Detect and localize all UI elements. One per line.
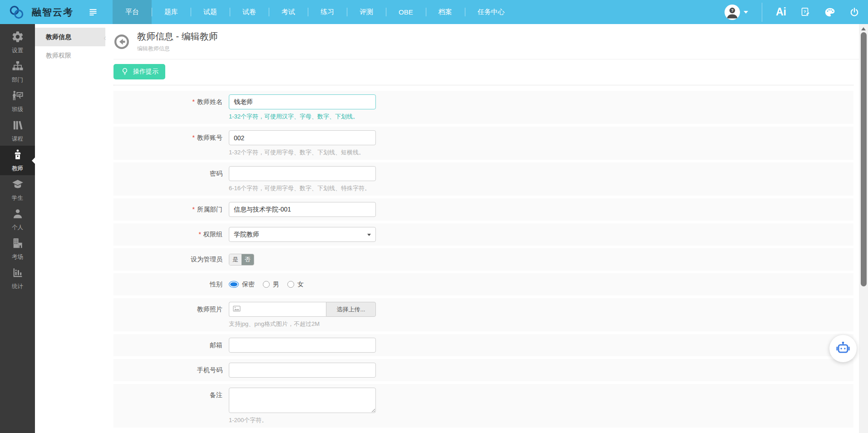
teacher-name-input[interactable] [229,94,376,109]
form-row-department: *所属部门 [113,198,853,221]
sidebar-item-label: 统计 [12,283,23,290]
radio-icon [287,281,294,288]
navbar-right: ? Ai ? [725,3,868,22]
form-row-teacher-account: *教师账号1-32个字符，可使用字母、数字、下划线、短横线。 [113,127,853,160]
help-feedback-icon[interactable]: ? [800,7,811,18]
form-row-gender: 性别保密男女 [113,273,853,295]
nav-tab-考试[interactable]: 考试 [269,0,308,24]
back-button[interactable] [113,34,130,50]
sidebar-item-label: 个人 [12,224,23,231]
gender-radio-女[interactable]: 女 [287,280,304,289]
form-label-text: 教师账号 [197,134,222,141]
gender-radio-男[interactable]: 男 [263,280,279,289]
person-icon [11,207,24,222]
remark-textarea[interactable] [229,388,376,413]
sidebar-item-label: 部门 [12,76,23,84]
form-field-permission-group: 学院教师 [229,227,376,242]
stats-chart-icon [11,266,24,281]
logout-power-icon[interactable] [849,7,860,18]
sidebar-item-部门[interactable]: 部门 [0,57,35,87]
sidebar-item-label: 教师 [12,165,23,172]
set-admin-option-否[interactable]: 否 [242,254,254,265]
radio-selected-icon [229,281,239,288]
nav-tab-OBE[interactable]: OBE [386,0,426,24]
department-input[interactable] [229,202,376,217]
form-field-teacher-photo: 选择上传...支持jpg、png格式图片，不超过2M [229,302,376,328]
set-admin-option-是[interactable]: 是 [229,254,242,265]
sidebar-item-label: 学生 [12,194,23,202]
svg-text:?: ? [804,9,806,14]
form-field-teacher-account: 1-32个字符，可使用字母、数字、下划线、短横线。 [229,130,376,156]
theme-palette-icon[interactable] [824,7,835,18]
submenu-collapse-icon[interactable]: ‹ [104,33,106,43]
sidebar-item-考场[interactable]: 考场 [0,234,35,264]
required-asterisk: * [192,134,195,141]
form-label-password: 密码 [113,166,222,192]
avatar[interactable]: ? [725,5,740,20]
page-title: 教师信息 - 编辑教师 [137,30,218,43]
phone-input[interactable] [229,363,376,378]
user-menu[interactable]: ? [725,5,748,20]
teacher-account-input[interactable] [229,130,376,145]
form-row-teacher-name: *教师姓名1-32个字符，可使用汉字、字母、数字、下划线。 [113,91,853,124]
form-row-password: 密码6-16个字符，可使用字母、数字、下划线、特殊字符。 [113,162,853,196]
page-header: 教师信息 - 编辑教师 编辑教师信息 [113,30,859,59]
submenu-sidebar: 教师信息教师权限 ‹ [35,24,105,433]
scrollbar-thumb[interactable] [861,32,867,286]
svg-text:?: ? [731,8,733,12]
teacher-photo-file-field[interactable] [229,302,326,317]
form-field-teacher-name: 1-32个字符，可使用汉字、字母、数字、下划线。 [229,94,376,120]
form-label-gender: 性别 [113,277,222,292]
ai-robot-fab[interactable] [829,335,857,362]
sidebar-item-教师[interactable]: 教师 [0,146,35,175]
main-nav-tabs: 平台题库试题试卷考试练习评测OBE档案任务中心 [113,0,518,24]
nav-tab-平台[interactable]: 平台 [113,0,152,24]
tips-button[interactable]: 操作提示 [113,64,165,79]
set-admin-toggle: 是否 [229,254,254,266]
lightbulb-icon [120,67,129,76]
course-books-icon [11,119,24,133]
permission-group-select[interactable]: 学院教师 [229,227,376,242]
gender-radio-保密[interactable]: 保密 [229,280,255,289]
nav-tab-试题[interactable]: 试题 [191,0,230,24]
class-board-icon [11,89,24,104]
upload-button[interactable]: 选择上传... [326,302,376,317]
form-label-teacher-account: *教师账号 [113,130,222,156]
remark-helper-text: 1-200个字符。 [229,416,376,424]
top-navbar: 融智云考 平台题库试题试卷考试练习评测OBE档案任务中心 ? Ai ? [0,0,868,24]
nav-tab-任务中心[interactable]: 任务中心 [465,0,518,24]
form-row-email: 邮箱 [113,334,853,356]
nav-tab-题库[interactable]: 题库 [152,0,191,24]
nav-tab-练习[interactable]: 练习 [308,0,347,24]
form-label-text: 性别 [210,280,222,288]
sidebar-item-学生[interactable]: 学生 [0,175,35,205]
sidebar-item-设置[interactable]: 设置 [0,28,35,57]
form-label-set-admin: 设为管理员 [113,252,222,267]
nav-tab-档案[interactable]: 档案 [426,0,465,24]
sidebar-item-label: 设置 [12,47,23,54]
form-field-remark: 1-200个字符。 [229,388,376,424]
scroll-up-arrow-icon[interactable] [861,27,866,30]
sidebar-item-课程[interactable]: 课程 [0,116,35,146]
password-input[interactable] [229,166,376,181]
sidebar-item-班级[interactable]: 班级 [0,87,35,116]
ai-assistant-button[interactable]: Ai [776,6,786,18]
sidebar-item-统计[interactable]: 统计 [0,264,35,293]
brand-name: 融智云考 [32,6,74,19]
form-field-department [229,202,376,217]
nav-tab-评测[interactable]: 评测 [347,0,386,24]
email-input[interactable] [229,338,376,353]
form-label-permission-group: *权限组 [113,227,222,242]
sidebar-item-label: 考场 [12,253,23,261]
collapse-menu-icon[interactable] [88,7,98,17]
form-field-set-admin: 是否 [229,252,254,267]
vertical-scrollbar[interactable] [859,24,868,433]
nav-tab-试卷[interactable]: 试卷 [230,0,269,24]
permission-group-select-value: 学院教师 [234,231,259,238]
form-label-text: 邮箱 [210,341,222,349]
sidebar-item-个人[interactable]: 个人 [0,205,35,234]
submenu-item-教师权限[interactable]: 教师权限 [35,46,105,65]
submenu-item-教师信息[interactable]: 教师信息 [35,28,105,46]
form-label-text: 所属部门 [197,206,222,213]
navbar-divider [762,3,762,22]
